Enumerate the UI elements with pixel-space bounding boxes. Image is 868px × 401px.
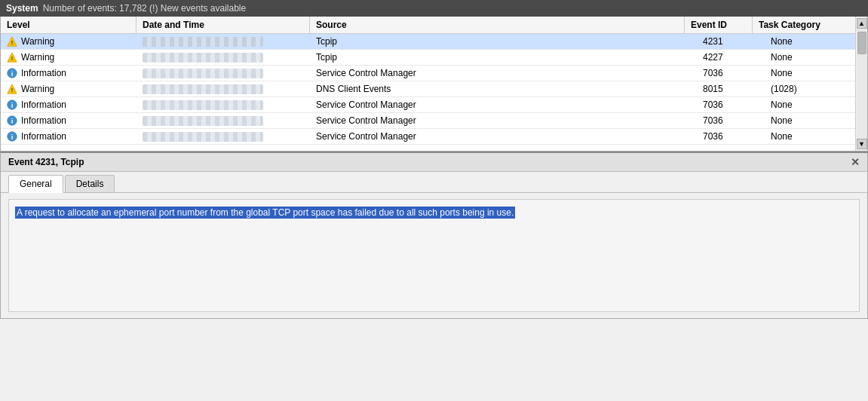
blurred-date bbox=[143, 132, 263, 142]
col-level: i Information bbox=[1, 113, 136, 128]
col-date bbox=[136, 81, 310, 96]
col-header-taskcategory: Task Category bbox=[753, 17, 843, 33]
col-eventid: 7036 bbox=[697, 113, 765, 128]
info-icon: i bbox=[7, 115, 17, 126]
level-text: Warning bbox=[21, 84, 54, 94]
blurred-date bbox=[143, 37, 263, 47]
col-source: Service Control Manager bbox=[310, 97, 697, 112]
col-header-date: Date and Time bbox=[136, 17, 310, 33]
level-text: Information bbox=[21, 99, 66, 110]
blurred-date bbox=[143, 100, 263, 110]
level-text: Information bbox=[21, 131, 66, 142]
event-detail-title: Event 4231, Tcpip bbox=[8, 157, 84, 167]
col-header-eventid: Event ID bbox=[685, 17, 753, 33]
col-taskcategory: None bbox=[765, 66, 855, 81]
table-main: Level Date and Time Source Event ID Task… bbox=[1, 17, 855, 151]
table-row[interactable]: i InformationService Control Manager7036… bbox=[1, 66, 855, 81]
col-taskcategory: None bbox=[765, 97, 855, 112]
col-level: ! Warning bbox=[1, 81, 136, 96]
col-eventid: 4227 bbox=[697, 50, 765, 65]
info-icon: i bbox=[7, 68, 17, 78]
blurred-date bbox=[143, 69, 263, 78]
table-row[interactable]: ! WarningDNS Client Events8015(1028) bbox=[1, 81, 855, 97]
col-source: Service Control Manager bbox=[310, 129, 697, 144]
col-eventid: 4231 bbox=[697, 34, 765, 49]
table-with-scroll: Level Date and Time Source Event ID Task… bbox=[1, 17, 867, 151]
col-taskcategory: None bbox=[765, 50, 855, 65]
event-count-label: Number of events: 17,782 (!) New events … bbox=[43, 3, 246, 14]
main-wrapper: System Number of events: 17,782 (!) New … bbox=[0, 0, 868, 401]
detail-content: A request to allocate an ephemeral port … bbox=[8, 199, 860, 312]
event-table-panel: Level Date and Time Source Event ID Task… bbox=[0, 17, 868, 152]
col-source: Service Control Manager bbox=[310, 66, 697, 81]
col-header-level: Level bbox=[1, 17, 136, 33]
event-table-header: Level Date and Time Source Event ID Task… bbox=[1, 17, 855, 34]
blurred-date bbox=[143, 84, 263, 94]
col-eventid: 7036 bbox=[697, 97, 765, 112]
title-bar: System Number of events: 17,782 (!) New … bbox=[0, 0, 868, 17]
col-taskcategory: None bbox=[765, 129, 855, 144]
scroll-up-button[interactable]: ▲ bbox=[857, 18, 867, 29]
tab-details[interactable]: Details bbox=[65, 175, 115, 192]
col-date bbox=[136, 97, 310, 112]
col-level: ! Warning bbox=[1, 34, 136, 49]
svg-text:!: ! bbox=[11, 55, 14, 62]
col-eventid: 7036 bbox=[697, 66, 765, 81]
svg-text:i: i bbox=[11, 101, 14, 109]
col-level: i Information bbox=[1, 129, 136, 144]
svg-text:i: i bbox=[11, 69, 14, 78]
level-text: Warning bbox=[21, 52, 54, 63]
col-date bbox=[136, 34, 310, 49]
table-row[interactable]: i InformationService Control Manager7036… bbox=[1, 97, 855, 113]
table-row[interactable]: i InformationService Control Manager7036… bbox=[1, 129, 855, 145]
col-level: i Information bbox=[1, 66, 136, 81]
blurred-date bbox=[143, 116, 263, 126]
table-row[interactable]: ! WarningTcpip4231None bbox=[1, 34, 855, 50]
col-eventid: 7036 bbox=[697, 129, 765, 144]
table-row[interactable]: ! WarningTcpip4227None bbox=[1, 50, 855, 66]
col-header-source: Source bbox=[310, 17, 685, 33]
warning-icon: ! bbox=[7, 84, 17, 94]
level-text: Information bbox=[21, 115, 66, 126]
col-source: Service Control Manager bbox=[310, 113, 697, 128]
detail-message: A request to allocate an ephemeral port … bbox=[15, 207, 515, 219]
table-scrollbar[interactable]: ▲ ▼ bbox=[855, 17, 867, 151]
warning-icon: ! bbox=[7, 52, 17, 63]
svg-text:!: ! bbox=[11, 39, 14, 46]
tab-general[interactable]: General bbox=[8, 175, 63, 193]
level-text: Warning bbox=[21, 36, 54, 47]
info-icon: i bbox=[7, 131, 17, 142]
scroll-track bbox=[857, 29, 867, 139]
col-date bbox=[136, 66, 310, 81]
col-date bbox=[136, 113, 310, 128]
tabs-bar: GeneralDetails bbox=[1, 172, 867, 193]
col-source: Tcpip bbox=[310, 50, 697, 65]
blurred-date bbox=[143, 53, 263, 63]
close-button[interactable]: ✕ bbox=[851, 157, 860, 167]
table-row[interactable]: i InformationService Control Manager7036… bbox=[1, 113, 855, 129]
col-date bbox=[136, 50, 310, 65]
col-taskcategory: None bbox=[765, 34, 855, 49]
col-level: ! Warning bbox=[1, 50, 136, 65]
level-text: Information bbox=[21, 68, 66, 78]
svg-text:!: ! bbox=[11, 87, 14, 93]
event-table-body: ! WarningTcpip4231None ! WarningTcpip422… bbox=[1, 34, 855, 151]
col-taskcategory: None bbox=[765, 113, 855, 128]
event-detail-panel: Event 4231, Tcpip ✕ GeneralDetails A req… bbox=[0, 152, 868, 319]
event-detail-header: Event 4231, Tcpip ✕ bbox=[1, 153, 867, 172]
svg-text:i: i bbox=[11, 133, 14, 141]
col-source: DNS Client Events bbox=[310, 81, 697, 96]
col-eventid: 8015 bbox=[697, 81, 765, 96]
scroll-thumb[interactable] bbox=[857, 32, 866, 54]
warning-icon: ! bbox=[7, 36, 17, 47]
svg-text:i: i bbox=[11, 117, 14, 125]
scroll-down-button[interactable]: ▼ bbox=[857, 139, 867, 149]
col-date bbox=[136, 129, 310, 144]
window-title: System bbox=[6, 3, 38, 14]
col-source: Tcpip bbox=[310, 34, 697, 49]
col-taskcategory: (1028) bbox=[765, 81, 855, 96]
col-level: i Information bbox=[1, 97, 136, 112]
info-icon: i bbox=[7, 99, 17, 110]
